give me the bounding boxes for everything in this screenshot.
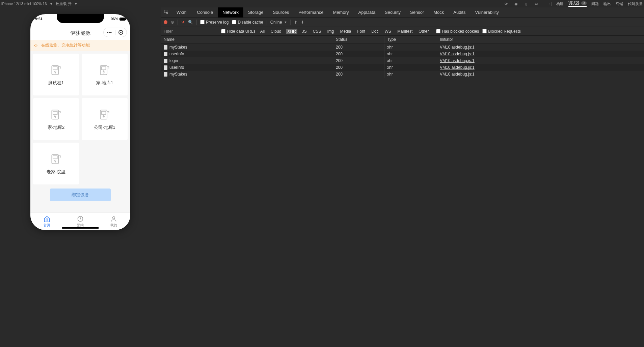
bind-device-button[interactable]: 绑定设备 (50, 189, 111, 201)
network-row[interactable]: myStakes200xhrVM10 asdebug.js:1 (161, 71, 644, 78)
devtab-performance[interactable]: Performance (294, 7, 328, 18)
devtab-wxml[interactable]: Wxml (172, 7, 192, 18)
svg-rect-3 (102, 67, 106, 70)
hide-data-urls-checkbox[interactable]: Hide data URLs (221, 29, 256, 34)
hotreload-dropdown-icon[interactable]: ▾ (75, 2, 77, 6)
filter-ws[interactable]: WS (383, 29, 393, 34)
filter-doc[interactable]: Doc (370, 29, 380, 34)
device-grid: 测试桩1 家-地库1 家-地库2 公司-地库1 (30, 51, 130, 204)
blocked-requests-checkbox[interactable]: Blocked Requests (482, 29, 521, 34)
record-button[interactable] (164, 20, 167, 24)
network-row[interactable]: userInfo200xhrVM10 asdebug.js:1 (161, 64, 644, 71)
svg-rect-1 (53, 67, 57, 70)
charger-icon (50, 152, 62, 166)
col-type-header[interactable]: Type (384, 36, 437, 44)
tab-problems[interactable]: 问题 (591, 1, 599, 6)
device-icon[interactable]: ▯ (524, 1, 529, 6)
tab-output[interactable]: 输出 (603, 1, 611, 6)
filter-font[interactable]: Font (356, 29, 367, 34)
col-name-header[interactable]: Name (161, 36, 333, 44)
tab-debugger[interactable]: 调试器 3 (568, 1, 587, 7)
has-blocked-cookies-checkbox[interactable]: Has blocked cookies (436, 29, 479, 34)
devtools-tabs: Wxml Console Network Storage Sources Per… (161, 7, 644, 18)
devtab-security[interactable]: Security (380, 7, 405, 18)
capsule-menu-icon[interactable]: ••• (104, 30, 115, 35)
filter-cloud[interactable]: Cloud (269, 29, 283, 34)
devtab-memory[interactable]: Memory (328, 7, 354, 18)
charger-icon (99, 63, 111, 77)
upload-icon[interactable]: ⬆ (294, 20, 297, 25)
request-type: xhr (384, 64, 437, 71)
collapse-icon[interactable]: →| (547, 1, 552, 6)
clear-icon[interactable]: ⊘ (171, 20, 174, 25)
preserve-log-checkbox[interactable]: Preserve log (200, 20, 229, 25)
initiator-link[interactable]: VM10 asdebug.js:1 (440, 72, 475, 77)
device-card[interactable]: 老家-院里 (33, 143, 79, 184)
refresh-icon[interactable]: ⟳ (504, 1, 508, 6)
network-row[interactable]: login200xhrVM10 asdebug.js:1 (161, 57, 644, 64)
filter-media[interactable]: Media (339, 29, 352, 34)
disable-cache-label: Disable cache (238, 20, 263, 25)
request-name: myStakes (169, 72, 187, 77)
devtab-vulnerability[interactable]: Vulnerability (470, 7, 503, 18)
initiator-link[interactable]: VM10 asdebug.js:1 (440, 52, 475, 56)
devtab-audits[interactable]: Audits (449, 7, 470, 18)
throttling-label: Online (270, 20, 282, 25)
devtab-console[interactable]: Console (192, 7, 218, 18)
tab-mine[interactable]: 我的 (97, 213, 130, 230)
initiator-link[interactable]: VM10 asdebug.js:1 (440, 45, 475, 50)
filter-other[interactable]: Other (417, 29, 430, 34)
filter-js[interactable]: JS (301, 29, 308, 34)
devtab-sources[interactable]: Sources (268, 7, 294, 18)
devtab-storage[interactable]: Storage (243, 7, 268, 18)
network-row[interactable]: myStakes200xhrVM10 asdebug.js:1 (161, 44, 644, 51)
request-status: 200 (333, 64, 384, 71)
devtab-sensor[interactable]: Sensor (405, 7, 429, 18)
device-card[interactable]: 测试桩1 (33, 54, 79, 95)
filter-img[interactable]: Img (326, 29, 335, 34)
svg-rect-7 (102, 111, 106, 114)
initiator-link[interactable]: VM10 asdebug.js:1 (440, 58, 475, 63)
hotreload-toggle[interactable]: 热重载 开 (56, 1, 72, 6)
tab-home[interactable]: 首页 (30, 213, 64, 230)
has-blocked-cookies-label: Has blocked cookies (442, 29, 479, 34)
filter-manifest[interactable]: Manifest (396, 29, 414, 34)
tab-build[interactable]: 构建 (556, 1, 564, 6)
initiator-link[interactable]: VM10 asdebug.js:1 (440, 65, 475, 70)
network-row[interactable]: userInfo200xhrVM10 asdebug.js:1 (161, 51, 644, 57)
download-icon[interactable]: ⬇ (301, 20, 304, 25)
device-card[interactable]: 公司-地库1 (82, 98, 128, 140)
notch (57, 14, 104, 23)
request-type: xhr (384, 57, 437, 64)
device-card[interactable]: 家-地库2 (33, 98, 79, 140)
disable-cache-checkbox[interactable]: Disable cache (232, 20, 263, 25)
throttling-selector[interactable]: Online▼ (270, 20, 287, 25)
home-icon[interactable]: ◉ (514, 1, 518, 6)
request-status: 200 (333, 44, 384, 51)
filter-css[interactable]: CSS (312, 29, 323, 34)
col-initiator-header[interactable]: Initiator (437, 36, 644, 44)
capsule-close-icon[interactable] (115, 30, 127, 35)
devtab-appdata[interactable]: AppData (354, 7, 380, 18)
notice-bar[interactable]: 在线监测、充电统计等功能 (30, 40, 130, 51)
filter-all[interactable]: All (259, 29, 266, 34)
devtab-network[interactable]: Network (218, 7, 243, 18)
devtab-mock[interactable]: Mock (429, 7, 449, 18)
filter-input[interactable] (164, 29, 218, 34)
capsule-button[interactable]: ••• (103, 28, 127, 37)
col-status-header[interactable]: Status (333, 36, 384, 44)
request-status: 200 (333, 70, 384, 78)
search-icon[interactable]: 🔍 (188, 20, 193, 25)
device-label: 公司-地库1 (94, 124, 115, 131)
device-card[interactable]: 家-地库1 (82, 54, 128, 95)
tab-codequality[interactable]: 代码质量 (628, 1, 643, 6)
file-icon (164, 59, 167, 63)
element-picker-icon[interactable] (164, 9, 168, 15)
device-dropdown-icon[interactable]: ▾ (50, 2, 52, 6)
device-selector[interactable]: iPhone 12/13 mini 100% 16 (1, 2, 47, 6)
filter-icon[interactable]: ⧩ (181, 20, 185, 25)
copy-icon[interactable]: ⧉ (534, 1, 539, 6)
request-type: xhr (384, 50, 437, 58)
tab-terminal[interactable]: 终端 (616, 1, 623, 6)
filter-xhr[interactable]: XHR (286, 29, 297, 34)
